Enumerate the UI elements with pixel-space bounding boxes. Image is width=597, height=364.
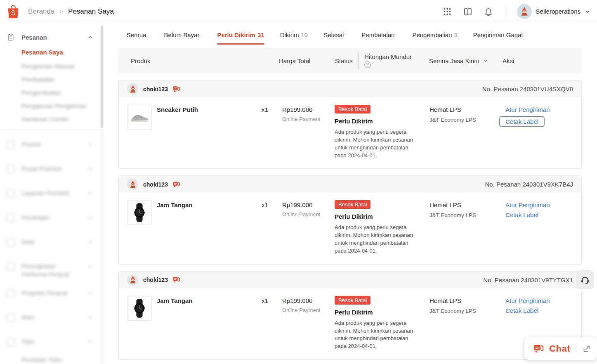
product-image[interactable] [127, 200, 152, 225]
order-card-body: Jam Tangan x1 Rp199.000 Online Payment B… [119, 288, 581, 359]
order-status: Besok Batal Perlu Dikirim Ada produk yan… [330, 200, 425, 255]
help-icon[interactable]: ? [364, 61, 371, 68]
sidebar-section-blurred[interactable]: Layanan Pembeli [0, 189, 100, 203]
sidebar-section-blurred[interactable]: Program Penjual [0, 289, 100, 303]
top-bar-divider [505, 6, 505, 17]
notification-bell-icon[interactable] [484, 7, 493, 17]
product-image[interactable] [127, 296, 152, 321]
breadcrumb-home[interactable]: Beranda [28, 7, 54, 16]
status-badge: Besok Batal [335, 200, 370, 209]
section-icon [7, 238, 15, 246]
cetak-label-link[interactable]: Cetak Label [505, 307, 538, 314]
price-amount: Rp199.000 [282, 201, 330, 208]
chevron-down-icon [483, 58, 488, 64]
product-name[interactable]: Jam Tangan [157, 200, 262, 255]
section-icon [7, 314, 15, 322]
buyer-username[interactable]: choki123 [143, 181, 168, 188]
order-card-header: choki123 No. Pesanan 240301V9XK7B4J [119, 176, 581, 193]
product-image[interactable] [127, 105, 152, 130]
section-label: Layanan Pembeli [21, 189, 69, 197]
payment-method: Online Payment [282, 116, 330, 122]
chat-widget[interactable]: Chat [524, 338, 597, 360]
order-shipping: Hemat LPS J&T Economy LPS [425, 200, 501, 255]
sidebar-section-blurred[interactable]: Iklan [0, 313, 100, 327]
order-number: No. Pesanan 240301V9XK7B4J [485, 181, 573, 188]
tab-pengembalian[interactable]: Pengembalian3 [412, 23, 457, 45]
sidebar-item-blurred[interactable]: Penilaian Toko [0, 356, 100, 363]
sidebar-section-blurred[interactable]: Pusat Promosi [0, 165, 100, 179]
buyer-username[interactable]: choki123 [143, 86, 168, 92]
headset-icon [580, 274, 590, 285]
learn-book-icon[interactable] [463, 7, 473, 17]
chevron-up-icon[interactable] [87, 34, 93, 40]
section-icon [7, 165, 15, 173]
order-price: Rp199.000 Online Payment [279, 200, 330, 255]
sidebar-section-blurred[interactable]: Produk [0, 140, 100, 154]
product-name[interactable]: Sneaker Putih [157, 105, 262, 159]
shipping-channel: Hemat LPS [429, 201, 501, 208]
tab-perlu-dikirim[interactable]: Perlu Dikirim31 [217, 23, 264, 45]
account-avatar[interactable] [517, 4, 532, 19]
tab-pembatalan[interactable]: Pembatalan [361, 23, 396, 45]
chat-buyer-icon[interactable] [172, 85, 180, 93]
sidebar-item-blurred[interactable]: Pengiriman Massal [0, 60, 100, 73]
sidebar-section-blurred[interactable]: Data [0, 238, 100, 252]
sidebar-item-blurred[interactable]: Pembatalan [0, 73, 100, 86]
product-name[interactable]: Jam Tangan [157, 296, 262, 350]
status-description: Ada produk yang perlu segera dikirim. Mo… [335, 319, 420, 350]
product-quantity: x1 [262, 200, 279, 255]
sidebar-item-blurred[interactable]: Pengaturan Pengiriman [0, 99, 100, 113]
atur-pengiriman-link[interactable]: Atur Pengiriman [505, 297, 550, 304]
chevron-down-icon [87, 339, 93, 345]
buyer-avatar[interactable] [127, 274, 138, 286]
sidebar-item-blurred[interactable]: Pengembalian [0, 86, 100, 99]
order-shipping: Hemat LPS J&T Economy LPS [425, 296, 501, 350]
status-description: Ada produk yang perlu segera dikirim. Mo… [335, 128, 420, 159]
order-number: No. Pesanan 240301V9TYTGX1 [483, 277, 573, 284]
price-amount: Rp199.000 [282, 297, 330, 304]
section-label: Produk [21, 140, 41, 149]
section-label: Iklan [21, 313, 35, 321]
order-status: Besok Batal Perlu Dikirim Ada produk yan… [330, 105, 425, 159]
sidebar-section-blurred[interactable]: Keuangan [0, 213, 100, 227]
support-headset-button[interactable] [576, 270, 594, 289]
tab-dikirim[interactable]: Dikirim19 [280, 23, 308, 45]
clipboard-icon [7, 33, 15, 41]
col-jasa-kirim-filter[interactable]: Semua Jasa Kirim [429, 57, 503, 64]
cetak-label-link[interactable]: Cetak Label [505, 211, 538, 218]
apps-grid-icon[interactable] [442, 7, 452, 17]
account-name[interactable]: Selleroperations [536, 8, 580, 15]
tab-semua[interactable]: Semua [127, 23, 149, 45]
order-price: Rp199.000 Online Payment [279, 296, 330, 350]
account-menu[interactable]: Selleroperations [517, 4, 590, 19]
section-label: Toko [21, 338, 35, 346]
chat-buyer-icon[interactable] [172, 276, 180, 284]
chat-buyer-icon[interactable] [172, 180, 180, 189]
cetak-label-link[interactable]: Cetak Label [499, 116, 545, 127]
atur-pengiriman-link[interactable]: Atur Pengiriman [505, 201, 550, 208]
sidebar-scrollbar[interactable] [100, 23, 104, 364]
sidebar-item-pesanan-saya[interactable]: Pesanan Saya [21, 49, 100, 56]
shopee-logo-icon[interactable]: S [7, 5, 20, 19]
top-bar-actions: Selleroperations [442, 4, 590, 19]
buyer-avatar[interactable] [127, 179, 138, 190]
sidebar-section-pesanan[interactable]: Pesanan [0, 33, 100, 41]
scrollbar-thumb[interactable] [101, 26, 103, 128]
buyer-username[interactable]: choki123 [143, 277, 168, 283]
chevron-down-icon [87, 142, 93, 147]
order-shipping: Hemat LPS J&T Economy LPS [425, 105, 501, 159]
popout-icon[interactable] [582, 344, 591, 353]
atur-pengiriman-link[interactable]: Atur Pengiriman [505, 106, 550, 113]
tab-belum-bayar[interactable]: Belum Bayar [164, 23, 202, 45]
tab-pengiriman-gagal[interactable]: Pengiriman Gagal [473, 23, 525, 45]
sidebar-section-blurred[interactable]: Toko [0, 338, 100, 352]
order-card-body: Jam Tangan x1 Rp199.000 Online Payment B… [119, 193, 581, 264]
sidebar-item-blurred[interactable]: Handover Center [0, 113, 100, 126]
sidebar-section-blurred[interactable]: Peningkatan Performa Penjual [0, 262, 100, 279]
buyer-avatar[interactable] [127, 83, 138, 95]
order-actions: Atur Pengiriman Cetak Label [501, 200, 581, 255]
chat-label[interactable]: Chat [549, 343, 570, 354]
section-label: Data [21, 238, 35, 246]
tab-selesai[interactable]: Selesai [323, 23, 346, 45]
chevron-down-icon[interactable] [585, 9, 590, 14]
